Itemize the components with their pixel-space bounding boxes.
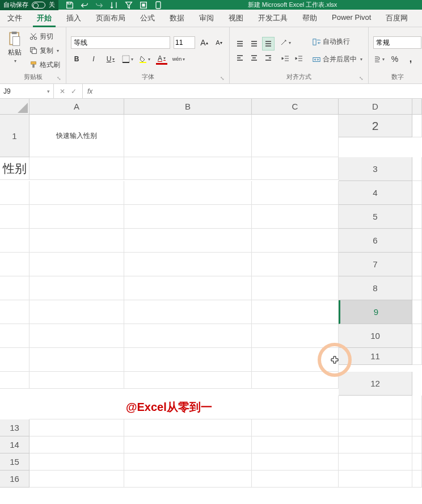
align-bottom-icon[interactable] bbox=[263, 37, 274, 50]
svg-rect-16 bbox=[313, 39, 316, 45]
align-middle-icon[interactable] bbox=[248, 37, 260, 50]
tab-formulas[interactable]: 公式 bbox=[133, 10, 162, 27]
cell-c2[interactable] bbox=[29, 157, 124, 180]
cell-d2[interactable] bbox=[124, 157, 252, 180]
decrease-indent-icon[interactable] bbox=[280, 53, 291, 64]
row-header-5[interactable]: 5 bbox=[339, 205, 412, 229]
select-all-corner[interactable] bbox=[0, 99, 29, 115]
svg-rect-10 bbox=[32, 49, 36, 53]
addin-icon[interactable] bbox=[139, 1, 148, 10]
font-launcher-icon[interactable]: ⤡ bbox=[220, 75, 225, 81]
cell-a2[interactable] bbox=[412, 115, 422, 137]
font-size-select[interactable] bbox=[174, 36, 195, 49]
svg-rect-3 bbox=[156, 2, 161, 9]
cell-d1[interactable] bbox=[124, 115, 252, 157]
row-header-1[interactable]: 1 bbox=[0, 115, 29, 157]
orientation-button[interactable] bbox=[280, 37, 291, 48]
row-header-8[interactable]: 8 bbox=[339, 276, 412, 300]
row-header-7[interactable]: 7 bbox=[339, 253, 412, 276]
cut-button[interactable]: 剪切 bbox=[28, 31, 61, 43]
svg-point-8 bbox=[34, 37, 36, 39]
italic-button[interactable]: I bbox=[88, 53, 99, 65]
merge-center-button[interactable]: 合并后居中 bbox=[311, 53, 364, 65]
align-center-icon[interactable] bbox=[248, 52, 260, 64]
font-name-select[interactable] bbox=[71, 36, 170, 49]
save-icon[interactable] bbox=[65, 1, 74, 10]
formula-input[interactable] bbox=[97, 84, 422, 98]
border-button[interactable] bbox=[122, 53, 133, 65]
row-header-6[interactable]: 6 bbox=[339, 229, 412, 253]
filter-icon[interactable] bbox=[124, 1, 133, 10]
sort-icon[interactable] bbox=[109, 1, 119, 10]
svg-rect-11 bbox=[31, 62, 36, 64]
row-header-16[interactable]: 16 bbox=[0, 471, 29, 488]
redo-icon[interactable] bbox=[95, 1, 104, 10]
tab-home[interactable]: 开始 bbox=[29, 10, 59, 27]
group-number: % , 数字 bbox=[369, 27, 422, 83]
clipboard-group-label: 剪贴板 bbox=[24, 73, 43, 80]
row-header-9[interactable]: 9 bbox=[339, 300, 412, 324]
paste-button[interactable]: 粘贴 bbox=[5, 30, 25, 72]
enter-formula-icon[interactable]: ✓ bbox=[71, 87, 77, 95]
tab-baidu[interactable]: 百度网 bbox=[378, 10, 415, 27]
row-header-13[interactable]: 13 bbox=[0, 419, 29, 436]
tab-pagelayout[interactable]: 页面布局 bbox=[88, 10, 133, 27]
wrap-text-button[interactable]: 自动换行 bbox=[311, 36, 364, 48]
row-header-15[interactable]: 15 bbox=[0, 453, 29, 471]
alignment-launcher-icon[interactable]: ⤡ bbox=[359, 75, 364, 81]
row-header-10[interactable]: 10 bbox=[339, 324, 412, 348]
row-header-3[interactable]: 3 bbox=[339, 157, 412, 181]
bold-button[interactable]: B bbox=[71, 53, 82, 65]
col-header-c[interactable]: C bbox=[252, 99, 339, 115]
autosave-toggle[interactable]: 自动保存 关 bbox=[0, 0, 58, 10]
row-header-11[interactable]: 11 bbox=[339, 348, 412, 365]
decrease-font-icon[interactable]: A▾ bbox=[213, 37, 225, 48]
col-header-b[interactable]: B bbox=[124, 99, 252, 115]
comma-button[interactable]: , bbox=[405, 53, 416, 65]
row-header-14[interactable]: 14 bbox=[0, 436, 29, 453]
row-header-2[interactable]: 2 bbox=[339, 115, 412, 137]
tab-developer[interactable]: 开发工具 bbox=[251, 10, 295, 27]
number-group-label: 数字 bbox=[391, 73, 404, 80]
clipboard-launcher-icon[interactable]: ⤡ bbox=[57, 75, 61, 81]
phonetic-button[interactable]: wén bbox=[173, 53, 184, 65]
fill-color-button[interactable] bbox=[139, 53, 150, 65]
align-top-icon[interactable] bbox=[234, 37, 246, 50]
cell-a1-merged[interactable]: 快速输入性别 bbox=[29, 115, 124, 157]
col-header-a[interactable]: A bbox=[29, 99, 124, 115]
cell-b2[interactable]: 性别 bbox=[0, 157, 29, 180]
col-header-d[interactable]: D bbox=[339, 99, 412, 115]
number-format-select[interactable] bbox=[373, 36, 421, 49]
row-header-4[interactable]: 4 bbox=[339, 181, 412, 205]
fx-icon[interactable]: fx bbox=[83, 84, 97, 98]
cancel-formula-icon[interactable]: ✕ bbox=[60, 87, 65, 95]
format-painter-button[interactable]: 格式刷 bbox=[28, 59, 61, 71]
accounting-format-button[interactable] bbox=[373, 53, 385, 65]
watermark-text: @Excel从零到一 bbox=[29, 396, 339, 419]
increase-font-icon[interactable]: A▴ bbox=[199, 37, 210, 48]
align-left-icon[interactable] bbox=[234, 52, 246, 64]
copy-button[interactable]: 复制 bbox=[28, 45, 61, 57]
tab-file[interactable]: 文件 bbox=[0, 10, 29, 27]
font-color-button[interactable]: A bbox=[156, 53, 167, 65]
font-group-label: 字体 bbox=[142, 73, 154, 80]
worksheet-grid[interactable]: A B C D 1 快速输入性别 2 性别 3 4 5 6 7 8 9 10 1… bbox=[0, 99, 422, 488]
tab-insert[interactable]: 插入 bbox=[59, 10, 88, 27]
tab-powerpivot[interactable]: Power Pivot bbox=[324, 10, 378, 27]
cell-edge bbox=[252, 157, 339, 180]
align-right-icon[interactable] bbox=[263, 52, 274, 64]
row-header-12[interactable]: 12 bbox=[339, 372, 412, 396]
tab-review[interactable]: 审阅 bbox=[192, 10, 221, 27]
svg-rect-12 bbox=[32, 64, 35, 68]
tab-data[interactable]: 数据 bbox=[162, 10, 192, 27]
percent-button[interactable]: % bbox=[389, 53, 400, 65]
quick-access-toolbar bbox=[65, 1, 163, 10]
tab-view[interactable]: 视图 bbox=[221, 10, 251, 27]
name-box[interactable]: J9 bbox=[0, 84, 54, 98]
underline-button[interactable]: U bbox=[105, 53, 116, 65]
touch-icon[interactable] bbox=[154, 1, 163, 10]
undo-icon[interactable] bbox=[80, 1, 89, 10]
autosave-state: 关 bbox=[49, 1, 55, 9]
tab-help[interactable]: 帮助 bbox=[295, 10, 324, 27]
increase-indent-icon[interactable] bbox=[293, 53, 305, 64]
